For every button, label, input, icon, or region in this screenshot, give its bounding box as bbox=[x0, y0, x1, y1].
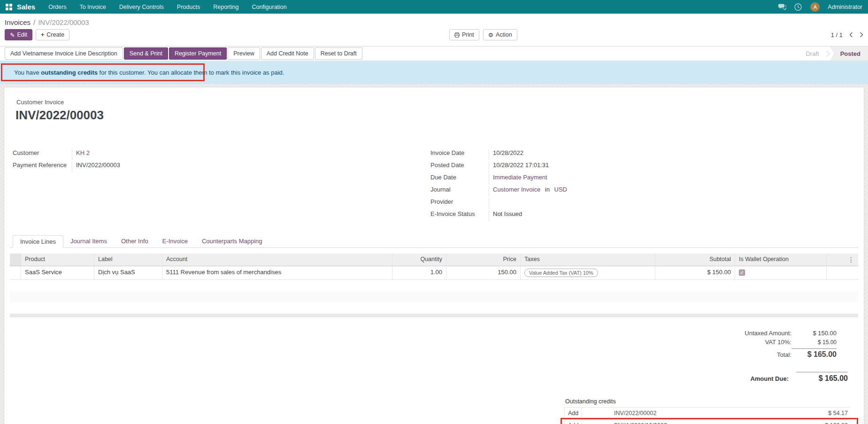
top-navbar: Sales Orders To Invoice Delivery Control… bbox=[0, 0, 868, 14]
preview-button[interactable]: Preview bbox=[228, 47, 260, 60]
cell-label: Dịch vụ SaaS bbox=[94, 266, 162, 279]
invoice-lines-table: Product Label Account Quantity Price Tax… bbox=[10, 254, 858, 317]
journal-link[interactable]: Customer Invoice bbox=[493, 186, 540, 193]
odoo-invoice-screen: Sales Orders To Invoice Delivery Control… bbox=[0, 0, 868, 424]
column-label[interactable]: Label bbox=[94, 254, 162, 266]
statusbar: Add Vietnamese Invoice Line Description … bbox=[0, 46, 868, 61]
empty-row bbox=[10, 280, 858, 291]
credit-amount: $ 54.17 bbox=[828, 408, 850, 419]
field-customer: Customer KH 2 bbox=[13, 148, 417, 160]
apps-menu-icon[interactable] bbox=[6, 4, 12, 10]
outstanding-credits-title: Outstanding credits bbox=[564, 397, 850, 407]
notebook-tabs: Invoice Lines Journal Items Other Info E… bbox=[10, 235, 858, 248]
currency-link[interactable]: USD bbox=[554, 186, 567, 193]
cell-account: 5111 Revenue from sales of merchandises bbox=[162, 266, 392, 279]
register-payment-button[interactable]: Register Payment bbox=[169, 47, 227, 60]
handle-column bbox=[10, 254, 21, 266]
column-subtotal[interactable]: Subtotal bbox=[655, 254, 735, 266]
breadcrumb-separator: / bbox=[33, 18, 35, 26]
field-provider: Provider bbox=[430, 197, 858, 209]
table-header: Product Label Account Quantity Price Tax… bbox=[10, 254, 858, 266]
column-quantity[interactable]: Quantity bbox=[392, 254, 446, 266]
cell-taxes: Value Added Tax (VAT) 10% bbox=[521, 266, 655, 279]
field-einvoice-status: E-Invoice Status Not Issued bbox=[430, 209, 858, 221]
invoice-sheet: Customer Invoice INV/2022/00003 Customer… bbox=[4, 87, 864, 424]
tab-journal-items[interactable]: Journal Items bbox=[63, 235, 114, 247]
cell-subtotal: $ 150.00 bbox=[655, 266, 735, 279]
pencil-icon: ✎ bbox=[10, 31, 15, 39]
pager-previous-icon[interactable] bbox=[849, 32, 853, 38]
tab-counterparts-mapping[interactable]: Counterparts Mapping bbox=[195, 235, 269, 247]
form-view: Customer Invoice INV/2022/00003 Customer… bbox=[0, 84, 868, 424]
breadcrumb: Invoices / INV/2022/00003 bbox=[0, 17, 868, 27]
row-handle bbox=[10, 266, 21, 279]
column-is-wallet-operation[interactable]: Is Wallet Operation bbox=[735, 254, 827, 266]
field-invoice-date: Invoice Date 10/28/2022 bbox=[430, 148, 858, 160]
credit-name: BNK1/2022/10/0007 bbox=[582, 420, 825, 424]
customer-link[interactable]: KH 2 bbox=[76, 149, 90, 156]
credit-row-bnk: Add BNK1/2022/10/0007 $ 100.00 bbox=[564, 419, 850, 424]
tab-invoice-lines[interactable]: Invoice Lines bbox=[13, 235, 63, 248]
menu-configuration[interactable]: Configuration bbox=[252, 4, 286, 10]
field-posted-date: Posted Date 10/28/2022 17:01:31 bbox=[430, 160, 858, 172]
breadcrumb-invoices-link[interactable]: Invoices bbox=[5, 18, 31, 26]
field-journal: Journal Customer Invoice in USD bbox=[430, 185, 858, 197]
create-button[interactable]: + Create bbox=[36, 29, 69, 40]
column-account[interactable]: Account bbox=[162, 254, 392, 266]
add-credit-link[interactable]: Add bbox=[564, 420, 582, 424]
add-credit-link[interactable]: Add bbox=[564, 408, 582, 419]
reset-to-draft-button[interactable]: Reset to Draft bbox=[315, 47, 362, 60]
cell-product: SaaS Service bbox=[21, 266, 94, 279]
menu-orders[interactable]: Orders bbox=[48, 4, 66, 10]
column-taxes[interactable]: Taxes bbox=[521, 254, 655, 266]
table-row[interactable]: SaaS Service Dịch vụ SaaS 5111 Revenue f… bbox=[10, 266, 858, 280]
cell-is-wallet-operation: ✓ bbox=[735, 266, 827, 279]
column-product[interactable]: Product bbox=[21, 254, 94, 266]
action-button[interactable]: ⚙ Action bbox=[483, 29, 517, 40]
empty-row bbox=[10, 302, 858, 314]
clock-icon[interactable] bbox=[794, 3, 802, 11]
cell-quantity: 1.00 bbox=[392, 266, 446, 279]
vat-row: VAT 10%: $ 15.00 bbox=[765, 339, 837, 346]
pager-count: 1 / 1 bbox=[831, 31, 843, 39]
credit-row-inv: Add INV/2022/00002 $ 54.17 bbox=[564, 407, 850, 419]
pager: 1 / 1 bbox=[831, 31, 863, 39]
user-avatar[interactable]: A bbox=[810, 2, 820, 12]
field-group-right: Invoice Date 10/28/2022 Posted Date 10/2… bbox=[417, 148, 858, 221]
alert-text: You have bbox=[14, 69, 41, 76]
send-print-button[interactable]: Send & Print bbox=[124, 47, 168, 60]
main-menu: Orders To Invoice Delivery Controls Prod… bbox=[48, 4, 287, 10]
menu-delivery-controls[interactable]: Delivery Controls bbox=[119, 4, 164, 10]
field-payment-reference: Payment Reference INV/2022/00003 bbox=[13, 160, 417, 172]
tab-other-info[interactable]: Other Info bbox=[114, 235, 155, 247]
state-draft: Draft bbox=[798, 46, 826, 61]
outstanding-credits-section: Outstanding credits Add INV/2022/00002 $… bbox=[564, 397, 850, 424]
add-credit-note-button[interactable]: Add Credit Note bbox=[261, 47, 314, 60]
column-price[interactable]: Price bbox=[446, 254, 521, 266]
table-footer-bar bbox=[10, 314, 858, 317]
print-button[interactable]: Print bbox=[449, 29, 479, 40]
app-name[interactable]: Sales bbox=[17, 3, 35, 11]
menu-to-invoice[interactable]: To Invoice bbox=[79, 4, 106, 10]
control-panel: Invoices / INV/2022/00003 ✎ Edit + Creat… bbox=[0, 14, 868, 61]
empty-row bbox=[10, 291, 858, 302]
vertical-dots-icon[interactable]: ⋮ bbox=[827, 254, 858, 266]
edit-button[interactable]: ✎ Edit bbox=[5, 29, 32, 40]
checkmark-icon[interactable]: ✓ bbox=[739, 270, 745, 276]
plus-icon: + bbox=[41, 31, 44, 38]
tab-e-invoice[interactable]: E-Invoice bbox=[155, 235, 195, 247]
menu-reporting[interactable]: Reporting bbox=[213, 4, 238, 10]
outstanding-credits-alert: You have outstanding credits for this cu… bbox=[0, 61, 868, 84]
payment-terms-link[interactable]: Immediate Payment bbox=[493, 174, 547, 181]
cell-price: 150.00 bbox=[446, 266, 521, 279]
state-indicator: Draft Posted bbox=[798, 46, 868, 61]
user-menu[interactable]: Administrator bbox=[828, 4, 862, 10]
menu-products[interactable]: Products bbox=[177, 4, 200, 10]
chat-icon[interactable] bbox=[778, 3, 786, 11]
credit-amount: $ 100.00 bbox=[825, 420, 850, 424]
field-group-left: Customer KH 2 Payment Reference INV/2022… bbox=[10, 148, 417, 221]
add-vietnamese-description-button[interactable]: Add Vietnamese Invoice Line Description bbox=[5, 47, 123, 60]
field-due-date: Due Date Immediate Payment bbox=[430, 172, 858, 185]
pager-next-icon[interactable] bbox=[860, 32, 863, 38]
untaxed-amount-row: Untaxed Amount: $ 150.00 bbox=[745, 330, 837, 337]
